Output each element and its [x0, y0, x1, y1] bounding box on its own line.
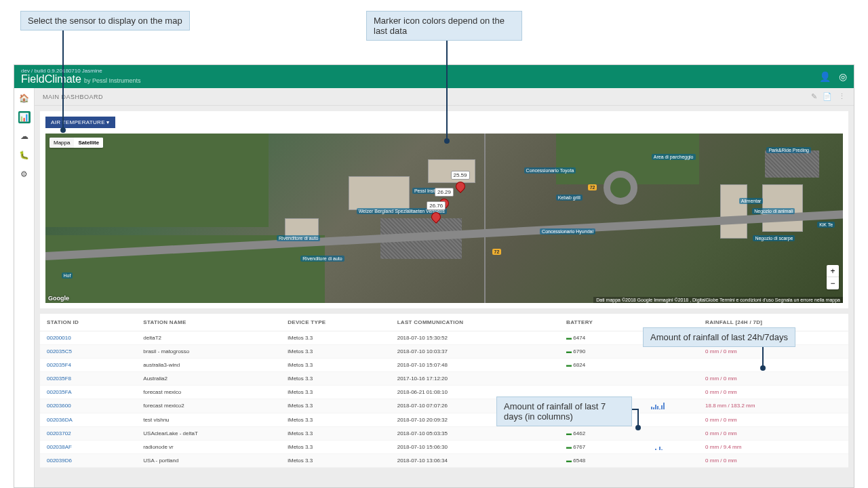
device-type-cell: iMetos 3.3 — [281, 331, 390, 345]
marker-pin-icon — [454, 180, 467, 193]
station-id-link[interactable]: 002035C5 — [47, 348, 72, 354]
map-poi: Park&Ride Preding — [766, 147, 811, 153]
sensor-select-button[interactable]: AIR TEMPERATURE — [45, 117, 115, 128]
annotation-dot — [635, 425, 641, 430]
last-comm-cell: 2018-07-10 10:03:37 — [391, 345, 559, 359]
map-marker[interactable]: 26.76 — [427, 203, 446, 222]
device-type-cell: iMetos 3.3 — [281, 372, 390, 386]
rainfall-spark-cell — [644, 399, 698, 413]
road-label: 72 — [492, 249, 502, 255]
station-name-cell: forecast mexico — [136, 386, 281, 399]
map-building — [720, 184, 747, 239]
topbar: dev / build 0.9.20180710 Jasmine FieldCl… — [14, 65, 854, 88]
nav-cloud-icon[interactable]: ☁ — [18, 130, 31, 142]
station-id-link[interactable]: 00203702 — [47, 430, 71, 436]
rainfall-cell: 0 mm / 9.4 mm — [698, 440, 848, 453]
col-battery[interactable]: BATTERY — [559, 314, 644, 331]
station-name-cell: brasil - matogrosso — [136, 345, 281, 359]
map-poi: Concessionario Hyundai — [540, 228, 595, 235]
station-name-cell: forecast mexico2 — [136, 399, 281, 413]
more-icon[interactable]: ⋮ — [838, 92, 846, 101]
station-id-link[interactable]: 002035FA — [47, 389, 71, 395]
map-attribution: Dati mappa ©2018 Google Immagini ©2018 ,… — [593, 297, 843, 303]
copy-icon[interactable]: 📄 — [823, 92, 833, 101]
table-row: 00203600forecast mexico2iMetos 3.32018-0… — [40, 399, 848, 413]
col-station-id[interactable]: STATION ID — [40, 314, 136, 331]
map-type-map[interactable]: Mappa — [50, 138, 74, 148]
map-type-satellite[interactable]: Satellite — [74, 138, 103, 148]
app-frame: dev / build 0.9.20180710 Jasmine FieldCl… — [14, 64, 854, 488]
edit-icon[interactable]: ✎ — [811, 92, 818, 101]
map-poi: Negozio di scarpe — [753, 235, 795, 241]
rainfall-cell: 0 mm / 0 mm — [698, 372, 848, 386]
content-area: MAIN DASHBOARD ✎ 📄 ⋮ AIR TEMPERATURE — [35, 88, 854, 487]
rainfall-spark-cell — [644, 426, 698, 440]
annotation-sensor-select: Select the sensor to display on the map — [20, 11, 190, 30]
last-comm-cell: 2018-07-10 05:03:35 — [391, 426, 559, 440]
battery-cell: 6767 — [559, 440, 644, 453]
station-id-link[interactable]: 00203600 — [47, 403, 71, 409]
annotation-dot — [60, 127, 66, 133]
zoom-in-button[interactable]: + — [827, 265, 839, 277]
last-comm-cell: 2018-07-10 13:06:34 — [391, 454, 559, 468]
device-type-cell: iMetos 3.3 — [281, 426, 390, 440]
map-poi: Alimentar — [739, 198, 764, 204]
user-icon[interactable]: 👤 — [819, 71, 831, 82]
map-provider-logo: Google — [48, 295, 69, 302]
map-view[interactable]: 72 72 Pessl Instrum Weizer Bergland Spez… — [45, 134, 843, 303]
map-type-toggle[interactable]: Mappa Satellite — [50, 138, 103, 148]
brand-logo: FieldClimate — [21, 73, 81, 85]
table-row: 00203702USAclearLake - deltaTiMetos 3.32… — [40, 426, 848, 440]
station-id-link[interactable]: 002039D6 — [47, 458, 72, 464]
dashboard-title: MAIN DASHBOARD — [43, 94, 103, 100]
table-row: 002039D6USA - portlandiMetos 3.32018-07-… — [40, 454, 848, 468]
col-device-type[interactable]: DEVICE TYPE — [281, 314, 390, 331]
station-id-link[interactable]: 002035F8 — [47, 375, 71, 382]
last-comm-cell: 2017-10-16 17:12:20 — [391, 372, 559, 386]
station-id-link[interactable]: 00200010 — [47, 335, 71, 341]
rainfall-cell: 0 mm / 0 mm — [698, 386, 848, 399]
road-label: 72 — [588, 184, 597, 190]
rainfall-spark-cell — [644, 359, 698, 372]
map-building — [349, 176, 410, 210]
battery-cell: 6462 — [559, 426, 644, 440]
nav-bug-icon[interactable]: 🐛 — [18, 149, 31, 161]
rainfall-cell: 0 mm / 0 mm — [698, 413, 848, 426]
device-type-cell: iMetos 3.3 — [281, 440, 390, 453]
nav-home-icon[interactable]: 🏠 — [18, 92, 31, 104]
station-name-cell: radionode vr — [136, 440, 281, 453]
device-type-cell: iMetos 3.3 — [281, 345, 390, 359]
station-name-cell: Australia2 — [136, 372, 281, 386]
map-poi: Area di parcheggio — [652, 154, 696, 160]
nav-settings-icon[interactable]: ⚙ — [18, 168, 31, 180]
station-id-link[interactable]: 002036DA — [47, 417, 73, 423]
zoom-out-button[interactable]: − — [827, 277, 839, 289]
rainfall-cell: 0 mm / 0 mm — [698, 454, 848, 468]
col-last-comm[interactable]: LAST COMMUNICATION — [391, 314, 559, 331]
annotation-line — [62, 27, 64, 130]
rainfall-cell — [698, 359, 848, 372]
map-poi: Kebab grill — [556, 195, 583, 201]
battery-cell: 6548 — [559, 454, 644, 468]
nav-chart-icon[interactable]: 📊 — [18, 111, 31, 123]
station-name-cell: australia3-wind — [136, 359, 281, 372]
table-row: 002035F4australia3-windiMetos 3.32018-07… — [40, 359, 848, 372]
device-type-cell: iMetos 3.3 — [281, 399, 390, 413]
signal-icon[interactable]: ◎ — [839, 71, 847, 82]
station-id-link[interactable]: 002035F4 — [47, 362, 71, 368]
rainfall-cell: 18.8 mm / 183.2 mm — [698, 399, 848, 413]
device-type-cell: iMetos 3.3 — [281, 386, 390, 399]
station-id-link[interactable]: 002038AF — [47, 444, 72, 450]
table-row: 002038AFradionode vriMetos 3.32018-07-10… — [40, 440, 848, 453]
map-road — [484, 134, 486, 303]
annotation-line — [446, 41, 448, 141]
battery-cell — [559, 372, 644, 386]
last-comm-cell: 2018-07-10 15:06:30 — [391, 440, 559, 453]
col-station-name[interactable]: STATION NAME — [136, 314, 281, 331]
sparkline-icon — [651, 403, 665, 409]
rainfall-cell: 0 mm / 0 mm — [698, 426, 848, 440]
device-type-cell: iMetos 3.3 — [281, 413, 390, 426]
annotation-rainfall-7d: Amount of rainfall of last 7 days (in co… — [496, 396, 632, 426]
brand-sub: by Pessl Instruments — [84, 77, 141, 84]
last-comm-cell: 2018-07-10 15:30:52 — [391, 331, 559, 345]
